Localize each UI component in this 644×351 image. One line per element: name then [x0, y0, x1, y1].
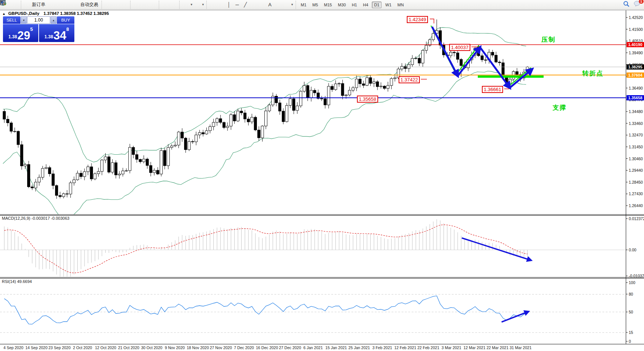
- candle-body: [3, 112, 6, 119]
- time-axis-label: 12 Oct 2020: [95, 345, 116, 350]
- support-text[interactable]: 支撑: [553, 103, 567, 112]
- candle-body: [254, 117, 257, 130]
- candle-body: [334, 84, 337, 90]
- macd-indicator-label: MACD(12,26,9) -0.003017 -0.003063: [2, 216, 70, 220]
- volume-input[interactable]: [27, 16, 50, 24]
- candle-body: [373, 82, 375, 83]
- candle-body: [184, 138, 187, 149]
- candle-body: [104, 157, 107, 160]
- sell-price-button[interactable]: 1.38 29 5: [3, 24, 38, 42]
- candle-body: [481, 56, 483, 60]
- time-axis-label: 12 Mar 2021: [464, 345, 486, 350]
- zigzag-blue-arrow[interactable]: [432, 27, 458, 76]
- price-axis-tick: 1.28450: [629, 180, 643, 184]
- candle-body: [380, 86, 382, 87]
- candle-body: [17, 131, 20, 145]
- price-annotation-label[interactable]: 1.42349: [407, 16, 428, 23]
- price-label-tail: [430, 19, 434, 23]
- candle-body: [125, 171, 128, 171]
- candle-body: [244, 113, 246, 119]
- candle-body: [80, 173, 82, 177]
- candle-body: [299, 91, 302, 106]
- candle-body: [97, 171, 100, 174]
- candle-body: [460, 59, 463, 66]
- pivot-text[interactable]: 转折点: [582, 69, 603, 78]
- price-axis-tick: 1.34480: [629, 109, 643, 114]
- rsi-indicator-label: RSI(14) 49.6694: [2, 279, 32, 284]
- candle-body: [369, 78, 372, 83]
- chart-canvas[interactable]: [0, 0, 644, 351]
- candle-body: [111, 163, 114, 173]
- time-axis-label: 23 Sep 2020: [48, 345, 71, 350]
- candle-body: [338, 84, 340, 84]
- price-axis-tick: 1.31450: [629, 145, 643, 149]
- candle-body: [13, 131, 16, 132]
- buy-button[interactable]: BUY: [57, 16, 74, 24]
- candle-body: [195, 135, 197, 142]
- candle-body: [516, 71, 518, 74]
- candle-body: [456, 53, 459, 59]
- volume-up-button[interactable]: ▲: [51, 16, 57, 24]
- rsi-trend-arrow[interactable]: [502, 312, 528, 322]
- candle-body: [174, 145, 177, 146]
- candle-body: [240, 111, 243, 113]
- time-axis-label: 15 Jan 2021: [325, 345, 347, 350]
- candle-body: [59, 196, 61, 197]
- candle-body: [376, 82, 379, 87]
- candle-body: [418, 58, 421, 63]
- candle-body: [90, 167, 93, 179]
- time-axis-label: 25 Jan 2021: [348, 345, 370, 350]
- candle-body: [52, 174, 54, 186]
- time-axis-label: 22 Mar 2021: [487, 345, 509, 350]
- symbol-title: GBPUSD-,Daily: [8, 11, 39, 16]
- price-annotation-label[interactable]: 1.37422: [399, 76, 420, 83]
- price-axis-tick: 1.29440: [629, 168, 643, 173]
- time-axis-label: 27 Dec 2020: [279, 345, 301, 350]
- time-axis-label: 21 Oct 2020: [118, 345, 139, 350]
- candle-body: [118, 174, 121, 175]
- candle-body: [425, 45, 428, 51]
- price-annotation-label[interactable]: 1.35658: [357, 96, 378, 103]
- candle-body: [484, 60, 487, 60]
- candle-body: [324, 99, 326, 105]
- zigzag-blue-arrow[interactable]: [480, 47, 510, 88]
- bollinger-lower-band: [3, 71, 526, 220]
- candle-body: [160, 151, 162, 174]
- price-axis-tick: 1.30460: [629, 157, 643, 161]
- candle-body: [390, 78, 393, 86]
- price-annotation-label[interactable]: 1.36661: [482, 86, 503, 93]
- candle-body: [142, 159, 145, 162]
- price-axis-tick: 1.41500: [629, 27, 643, 32]
- buy-price-button[interactable]: 1.38 34 8: [39, 24, 74, 42]
- resistance-text[interactable]: 压制: [541, 35, 556, 44]
- candle-body: [115, 163, 117, 175]
- collapse-triangle-icon[interactable]: ▲: [2, 12, 6, 16]
- rsi-axis-tick: 100: [629, 280, 635, 285]
- volume-down-button[interactable]: ▼: [21, 16, 27, 24]
- rsi-axis-tick: 50: [629, 310, 633, 314]
- candle-body: [400, 66, 403, 69]
- price-badge: 1.37604: [627, 73, 644, 78]
- candle-body: [223, 122, 225, 128]
- candle-body: [24, 164, 26, 166]
- candle-body: [6, 119, 9, 123]
- candle-body: [495, 55, 498, 62]
- candle-body: [293, 99, 295, 111]
- candle-body: [404, 66, 407, 68]
- time-axis-label: 18 Nov 2020: [187, 345, 209, 350]
- candle-body: [34, 182, 37, 188]
- candle-body: [341, 84, 344, 96]
- time-axis-label: 9 Nov 2020: [165, 345, 185, 350]
- candle-body: [275, 96, 278, 103]
- candle-body: [251, 117, 253, 122]
- price-annotation-label[interactable]: 1.40037: [449, 44, 470, 51]
- sell-button[interactable]: SELL: [3, 16, 20, 24]
- candle-body: [181, 132, 183, 138]
- time-axis-label: 7 Dec 2020: [234, 345, 254, 350]
- candle-body: [408, 65, 410, 68]
- price-badge: 1.35658: [627, 95, 644, 100]
- candle-body: [422, 50, 424, 63]
- candle-body: [296, 106, 299, 110]
- candle-body: [146, 159, 149, 165]
- pivot-zone-bar[interactable]: [478, 75, 544, 78]
